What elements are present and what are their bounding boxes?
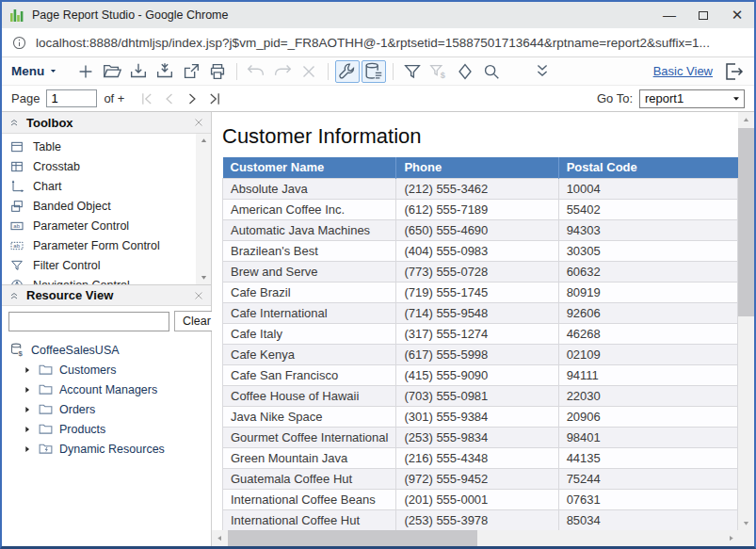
cell-phone[interactable]: (415) 555-9090 [396, 364, 558, 385]
toolbox-item-parameter-form-control[interactable]: abParameter Form Control [2, 235, 195, 255]
tree-node-root[interactable]: $CoffeeSalesUSA [9, 340, 211, 360]
toolbox-item-banded-object[interactable]: Banded Object [2, 196, 195, 216]
menu-button[interactable]: Menu [11, 64, 57, 78]
resource-search-input[interactable] [8, 312, 169, 331]
cell-postal-code[interactable]: 94303 [558, 219, 737, 240]
delete-button[interactable] [297, 60, 321, 83]
scroll-down-icon[interactable] [738, 515, 754, 530]
vertical-scroll-thumb[interactable] [738, 128, 754, 316]
more-tools-button[interactable] [530, 60, 555, 83]
maximize-button[interactable] [686, 2, 720, 28]
scroll-up-icon[interactable] [738, 112, 754, 127]
basic-view-link[interactable]: Basic View [653, 64, 713, 78]
cell-postal-code[interactable]: 30305 [558, 240, 737, 261]
tree-node-products[interactable]: Products [9, 419, 211, 439]
open-button[interactable] [100, 60, 124, 83]
main-vertical-scrollbar[interactable] [738, 112, 754, 530]
cell-postal-code[interactable]: 75244 [558, 468, 737, 489]
close-button[interactable]: ✕ [720, 2, 754, 28]
toolbox-item-navigation-control[interactable]: Navigation Control [2, 275, 195, 284]
search-button[interactable] [479, 60, 504, 83]
window-titlebar[interactable]: Page Report Studio - Google Chrome — ✕ [2, 2, 754, 28]
conditional-format-button[interactable]: $ [426, 60, 451, 83]
collapse-panel-icon[interactable] [8, 290, 20, 301]
expand-arrow-icon[interactable] [23, 425, 32, 434]
toggle-toolbox-button[interactable] [335, 60, 360, 83]
cell-customer-name[interactable]: Green Mountain Java [223, 447, 396, 468]
main-horizontal-scrollbar[interactable] [212, 530, 738, 546]
tree-node-account-managers[interactable]: Account Managers [9, 379, 211, 399]
toggle-resource-view-button[interactable] [362, 60, 386, 83]
cell-phone[interactable]: (972) 555-9452 [396, 468, 558, 489]
column-header-customer-name[interactable]: Customer Name [223, 157, 396, 178]
tree-node-dynamic-resources[interactable]: Dynamic Resources [9, 439, 211, 459]
print-button[interactable] [205, 60, 230, 83]
toolbox-item-crosstab[interactable]: Crosstab [2, 156, 195, 176]
toolbox-item-table[interactable]: Table [2, 137, 195, 156]
page-number-input[interactable] [46, 89, 97, 107]
new-report-button[interactable] [73, 60, 98, 83]
url-text[interactable]: localhost:8888/dhtmljsp/index.jsp?j$vm_p… [36, 36, 710, 50]
cell-postal-code[interactable]: 46268 [558, 323, 737, 344]
cell-postal-code[interactable]: 10004 [558, 178, 737, 199]
cell-postal-code[interactable]: 92606 [558, 302, 737, 323]
cell-postal-code[interactable]: 94111 [558, 364, 737, 385]
cell-postal-code[interactable]: 22030 [558, 385, 737, 406]
toolbox-item-filter-control[interactable]: Filter Control [2, 255, 195, 275]
cell-phone[interactable]: (253) 555-9834 [396, 427, 558, 447]
cell-phone[interactable]: (650) 555-4690 [396, 219, 558, 240]
tree-node-customers[interactable]: Customers [9, 360, 211, 379]
column-header-phone[interactable]: Phone [396, 157, 558, 178]
cell-customer-name[interactable]: International Coffee Beans [223, 489, 396, 509]
redo-button[interactable] [270, 60, 295, 83]
first-page-button[interactable] [137, 89, 156, 108]
goto-report-select[interactable]: report1 [639, 89, 745, 108]
undo-button[interactable] [244, 60, 268, 83]
cell-phone[interactable]: (714) 555-9548 [396, 302, 558, 323]
cell-phone[interactable]: (253) 555-3978 [396, 509, 558, 530]
cell-phone[interactable]: (719) 555-1745 [396, 282, 558, 302]
info-icon[interactable] [11, 35, 27, 51]
close-toolbox-icon[interactable] [193, 117, 204, 128]
cell-postal-code[interactable]: 20906 [558, 406, 737, 427]
next-page-button[interactable] [183, 89, 201, 108]
cell-phone[interactable]: (703) 555-0981 [396, 385, 558, 406]
cell-postal-code[interactable]: 55402 [558, 199, 737, 219]
toolbox-item-chart[interactable]: Chart [2, 176, 195, 196]
exit-icon[interactable] [722, 60, 745, 83]
cell-postal-code[interactable]: 98401 [558, 427, 737, 447]
cell-phone[interactable]: (617) 555-5998 [396, 344, 558, 364]
cell-phone[interactable]: (773) 555-0728 [396, 261, 558, 282]
last-page-button[interactable] [205, 89, 224, 108]
cell-customer-name[interactable]: Cafe Kenya [223, 344, 396, 364]
minimize-button[interactable]: — [652, 2, 686, 28]
scroll-left-icon[interactable] [212, 530, 227, 546]
cell-customer-name[interactable]: International Coffee Hut [223, 509, 396, 530]
cell-postal-code[interactable]: 60632 [558, 261, 737, 282]
tree-node-orders[interactable]: Orders [9, 399, 211, 419]
cell-phone[interactable]: (612) 555-7189 [396, 199, 558, 219]
cell-customer-name[interactable]: Guatemala Coffee Hut [223, 468, 396, 489]
cell-customer-name[interactable]: Cafe International [223, 302, 396, 323]
toolbox-item-parameter-control[interactable]: abParameter Control [2, 216, 195, 235]
expand-arrow-icon[interactable] [23, 365, 32, 375]
cell-customer-name[interactable]: Absolute Java [223, 178, 396, 199]
cell-phone[interactable]: (201) 555-0001 [396, 489, 558, 509]
column-header-postal-code[interactable]: Postal Code [558, 157, 737, 178]
expand-arrow-icon[interactable] [23, 444, 32, 454]
cell-postal-code[interactable]: 07631 [558, 489, 737, 509]
cell-postal-code[interactable]: 44135 [558, 447, 737, 468]
expand-arrow-icon[interactable] [23, 385, 32, 395]
cell-postal-code[interactable]: 80919 [558, 282, 737, 302]
filter-button[interactable] [400, 60, 425, 83]
scroll-up-icon[interactable] [196, 134, 211, 148]
cell-postal-code[interactable]: 02109 [558, 344, 737, 364]
export-button[interactable] [179, 60, 203, 83]
cell-customer-name[interactable]: American Coffee Inc. [223, 199, 396, 219]
cell-customer-name[interactable]: Cafe Brazil [223, 282, 396, 302]
highlight-button[interactable] [453, 60, 477, 83]
cell-customer-name[interactable]: Brazilean's Best [223, 240, 396, 261]
cell-customer-name[interactable]: Cafe Italy [223, 323, 396, 344]
cell-customer-name[interactable]: Gourmet Coffee International [223, 427, 396, 447]
cell-phone[interactable]: (404) 555-0983 [396, 240, 558, 261]
